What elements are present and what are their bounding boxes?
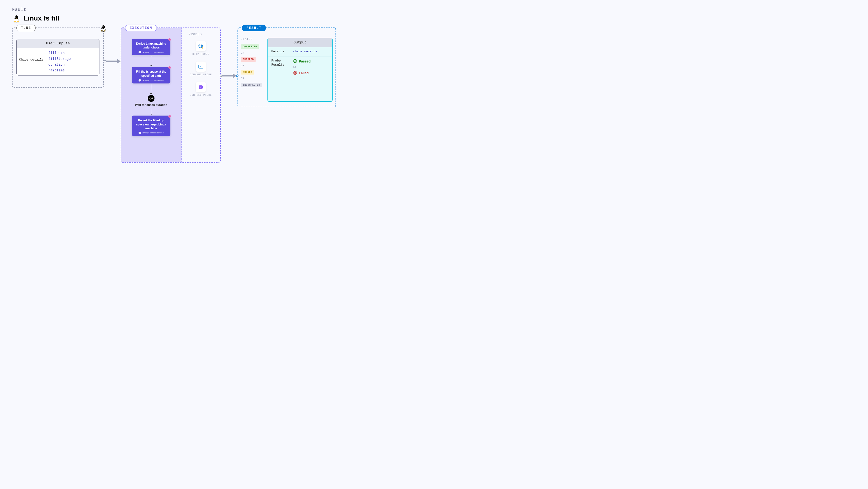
metrics-row: Metrics chaos metrics: [268, 47, 332, 56]
step-title: Revert the filled up space on target Lin…: [135, 119, 167, 130]
check-icon: [293, 59, 298, 64]
svg-point-6: [14, 21, 16, 22]
connector: [151, 56, 151, 66]
svg-marker-19: [168, 115, 172, 118]
step-derive-machine: Derive Linux machine under chaos Privile…: [132, 39, 170, 55]
globe-icon: [196, 41, 206, 51]
status-errored-badge: ERRORED: [241, 57, 256, 62]
status-incompleted-badge: INCOMPLETED: [241, 83, 262, 87]
input-ramptime: rampTime: [48, 68, 70, 72]
wait-step: Wait for chaos duration: [135, 95, 167, 107]
probes-panel: PROBES HTTP PROBE COMMAND PROBE SRM SLO …: [182, 28, 220, 162]
probes-label: PROBES: [189, 33, 213, 36]
header: Fault Linux fs fill: [12, 7, 856, 23]
svg-point-9: [102, 25, 105, 29]
svg-point-7: [17, 21, 19, 22]
svg-point-1: [15, 15, 18, 19]
diagram: TUNE User Inputs Chaos details fillPath …: [12, 28, 856, 163]
fault-label: Fault: [12, 7, 856, 12]
probe-name: COMMAND PROBE: [189, 73, 213, 76]
input-fillpath: fillPath: [48, 51, 70, 55]
tune-label: TUNE: [17, 25, 36, 31]
step-fill-fs: Fill the fs space at the specified path …: [132, 67, 170, 83]
or-text: OR: [241, 64, 262, 67]
execution-label: EXECUTION: [125, 25, 157, 31]
status-column: STATUS COMPLETED OR ERRORED OR QUEUED OR…: [241, 38, 262, 102]
privilege-note: Privilege access required: [135, 51, 167, 53]
probe-results-row: Probe Results Passed OR Failed: [268, 56, 332, 78]
title-row: Linux fs fill: [12, 14, 856, 23]
chaos-icon: [168, 38, 172, 41]
user-inputs-header: User Inputs: [17, 39, 99, 48]
clock-icon: [148, 95, 154, 102]
input-duration: duration: [48, 63, 70, 67]
probe-name: HTTP PROBE: [189, 53, 213, 56]
metrics-key: Metrics: [271, 50, 293, 54]
result-stage: RESULT STATUS COMPLETED OR ERRORED OR QU…: [238, 28, 336, 107]
passed-text: Passed: [299, 59, 311, 63]
chaos-details-label: Chaos details: [19, 51, 48, 72]
metrics-value: chaos metrics: [293, 50, 317, 53]
input-list: fillPath fillStorage duration rampTime: [48, 51, 70, 72]
output-header: Output: [268, 38, 332, 47]
user-inputs-body: Chaos details fillPath fillStorage durat…: [17, 48, 99, 75]
svg-point-5: [17, 17, 17, 17]
privilege-note: Privilege access required: [135, 79, 167, 82]
step-title: Derive Linux machine under chaos: [135, 42, 167, 50]
arrow-tune-to-exec: [104, 59, 121, 64]
linux-icon: [12, 14, 21, 23]
svg-point-26: [200, 87, 201, 88]
probe-results-values: Passed OR Failed: [293, 59, 311, 76]
x-icon: [293, 71, 298, 76]
connector: [151, 108, 151, 115]
tune-stage: TUNE User Inputs Chaos details fillPath …: [12, 28, 104, 88]
gauge-icon: [196, 82, 206, 92]
command-probe: COMMAND PROBE: [189, 62, 213, 76]
or-text: OR: [293, 66, 311, 69]
or-text: OR: [241, 77, 262, 80]
svg-point-15: [104, 30, 106, 31]
chaos-icon: [168, 66, 172, 69]
failed-indicator: Failed: [293, 71, 311, 76]
wait-text: Wait for chaos duration: [135, 103, 167, 107]
step-title: Fill the fs space at the specified path: [135, 70, 167, 77]
svg-marker-16: [168, 38, 172, 41]
or-text: OR: [241, 52, 262, 54]
execution-stage: EXECUTION Derive Linux machine under cha…: [121, 28, 221, 163]
privilege-note: Privilege access required: [135, 132, 167, 134]
svg-rect-23: [199, 65, 203, 68]
passed-indicator: Passed: [293, 59, 311, 64]
output-box: Output Metrics chaos metrics Probe Resul…: [268, 38, 333, 102]
svg-point-14: [101, 30, 103, 31]
execution-steps: Derive Linux machine under chaos Privile…: [121, 28, 182, 162]
probe-results-key: Probe Results: [271, 59, 293, 67]
terminal-icon: [196, 62, 206, 72]
result-label: RESULT: [242, 25, 266, 31]
input-fillstorage: fillStorage: [48, 57, 70, 61]
probe-name: SRM SLO PROBE: [189, 94, 213, 97]
user-inputs-box: User Inputs Chaos details fillPath fillS…: [17, 39, 99, 75]
failed-text: Failed: [299, 71, 308, 75]
status-heading: STATUS: [241, 38, 262, 40]
status-queued-badge: QUEUED: [241, 70, 254, 74]
page-title: Linux fs fill: [24, 14, 59, 22]
connector: [151, 85, 151, 94]
status-completed-badge: COMPLETED: [241, 44, 259, 49]
srm-slo-probe: SRM SLO PROBE: [189, 82, 213, 97]
arrow-exec-to-result: [220, 73, 239, 78]
chaos-icon: [168, 115, 172, 118]
step-revert: Revert the filled up space on target Lin…: [132, 116, 170, 136]
svg-marker-17: [168, 66, 172, 69]
http-probe: HTTP PROBE: [189, 41, 213, 56]
linux-icon: [99, 24, 107, 32]
